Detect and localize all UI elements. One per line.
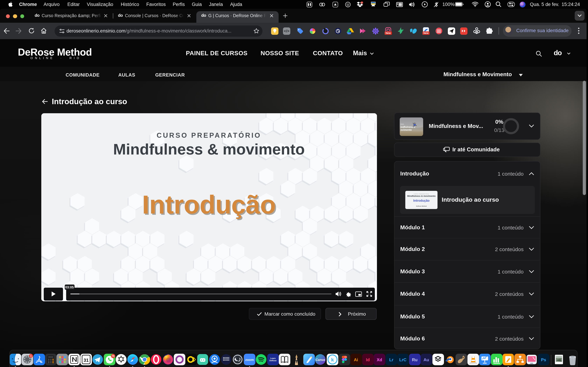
svg-text:Au: Au <box>424 357 429 362</box>
svg-text:zoom: zoom <box>245 358 254 362</box>
svg-text:76: 76 <box>112 355 114 357</box>
svg-text:Ru: Ru <box>412 357 417 362</box>
svg-text:31: 31 <box>84 358 88 363</box>
svg-text:LrC: LrC <box>399 357 406 362</box>
svg-text:Canva: Canva <box>316 358 325 362</box>
svg-text:1: 1 <box>361 2 363 4</box>
svg-text:1: 1 <box>30 354 32 357</box>
svg-text:Xd: Xd <box>377 357 382 362</box>
svg-text:Ai: Ai <box>354 357 358 362</box>
svg-text:Id: Id <box>366 357 370 362</box>
svg-text:New: New <box>423 32 429 34</box>
svg-text:New: New <box>386 32 391 34</box>
svg-text:k: k <box>331 357 334 362</box>
svg-text:Lr: Lr <box>389 357 393 362</box>
svg-text:Ps: Ps <box>541 357 546 362</box>
svg-text:Learn: Learn <box>270 357 276 359</box>
svg-text:DeRose: DeRose <box>269 359 277 362</box>
